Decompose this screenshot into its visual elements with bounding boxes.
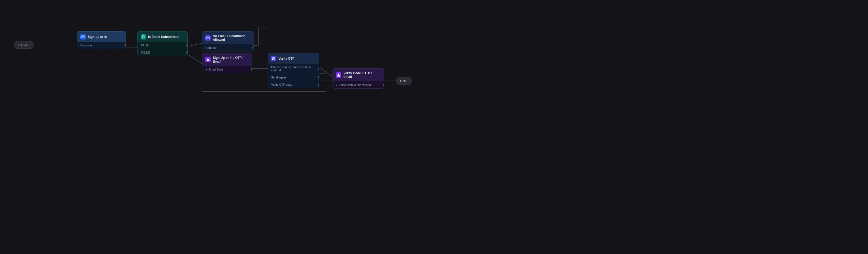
verify-otp-code-label: Verify OTP code <box>271 83 292 86</box>
continue-port <box>125 44 126 47</box>
end-node: END <box>396 77 412 85</box>
email-check-false[interactable]: FALSE <box>137 49 187 56</box>
success-check-icon: ● <box>336 83 338 86</box>
email-sent-label: Email Sent <box>209 68 223 71</box>
send-again-port <box>318 76 319 79</box>
no-email-icon <box>205 35 211 40</box>
verify-code-header: Verify Code / OTP / Email <box>333 69 384 81</box>
node-signup[interactable]: Sign up or in Continue <box>77 31 126 49</box>
signup-icon <box>80 34 86 39</box>
signup-title: Sign up or in <box>88 35 107 39</box>
signup-output-continue[interactable]: Continue <box>77 41 126 49</box>
verify-code-success[interactable]: ● Successful authentication <box>333 81 384 88</box>
node-verify-otp[interactable]: Verify OTP Choose another authentication… <box>268 53 319 88</box>
success-label: Successful authentication <box>339 83 373 86</box>
choose-auth-label: Choose another authentication method <box>271 65 316 72</box>
verify-otp-icon <box>271 56 276 61</box>
svg-marker-5 <box>207 58 209 61</box>
email-check-true[interactable]: TRUE <box>137 41 187 49</box>
connector-lines <box>0 0 868 254</box>
node-email-check[interactable]: Is Email Subaddress TRUE FALSE <box>137 31 188 56</box>
svg-rect-6 <box>272 58 275 60</box>
signup-otp-emailsent[interactable]: ● Email Sent <box>202 66 252 73</box>
verify-otp-header: Verify OTP <box>268 53 319 63</box>
verify-otp-code[interactable]: Verify OTP code <box>268 81 319 88</box>
start-label: START <box>18 43 29 47</box>
false-label: FALSE <box>141 51 150 54</box>
email-check-header: Is Email Subaddress <box>137 32 187 41</box>
verify-otp-code-port <box>318 84 319 86</box>
true-port <box>186 44 188 47</box>
clickme-port <box>252 47 254 49</box>
end-label: END <box>400 79 407 83</box>
email-sent-port <box>251 68 252 70</box>
true-label: TRUE <box>141 44 149 47</box>
send-again-label: Send again <box>271 76 286 79</box>
node-no-email[interactable]: No Email Subaddress Allowed Click Me <box>202 31 254 51</box>
svg-marker-2 <box>142 35 145 38</box>
verify-code-icon <box>336 73 341 78</box>
verify-otp-choose[interactable]: Choose another authentication method <box>268 63 319 74</box>
signup-otp-header: Sign Up or In / OTP / Email <box>202 53 252 66</box>
verify-otp-title: Verify OTP <box>278 57 294 60</box>
verify-otp-sendagain[interactable]: Send again <box>268 74 319 81</box>
svg-rect-0 <box>82 36 84 38</box>
false-port <box>186 51 188 54</box>
svg-rect-3 <box>207 37 209 39</box>
email-check-icon <box>141 34 146 39</box>
node-signup-otp[interactable]: Sign Up or In / OTP / Email ● Email Sent <box>202 53 252 73</box>
email-check-title: Is Email Subaddress <box>148 35 179 39</box>
choose-auth-port <box>318 67 319 70</box>
signup-otp-icon <box>205 57 211 62</box>
no-email-header: No Email Subaddress Allowed <box>202 32 253 44</box>
verify-code-title: Verify Code / OTP / Email <box>343 71 381 79</box>
success-port <box>383 84 384 86</box>
signup-otp-title: Sign Up or In / OTP / Email <box>213 56 249 64</box>
svg-marker-8 <box>337 74 340 76</box>
start-node: START <box>14 41 34 49</box>
email-sent-check-icon: ● <box>205 68 207 71</box>
no-email-clickme[interactable]: Click Me <box>202 44 253 51</box>
flow-canvas[interactable]: START Sign up or in Continue <box>0 0 868 254</box>
no-email-title: No Email Subaddress Allowed <box>213 34 250 42</box>
clickme-label: Click Me <box>205 46 216 49</box>
continue-label: Continue <box>80 44 92 47</box>
node-signup-header: Sign up or in <box>77 32 126 41</box>
node-verify-code[interactable]: Verify Code / OTP / Email ● Successful a… <box>333 68 384 89</box>
